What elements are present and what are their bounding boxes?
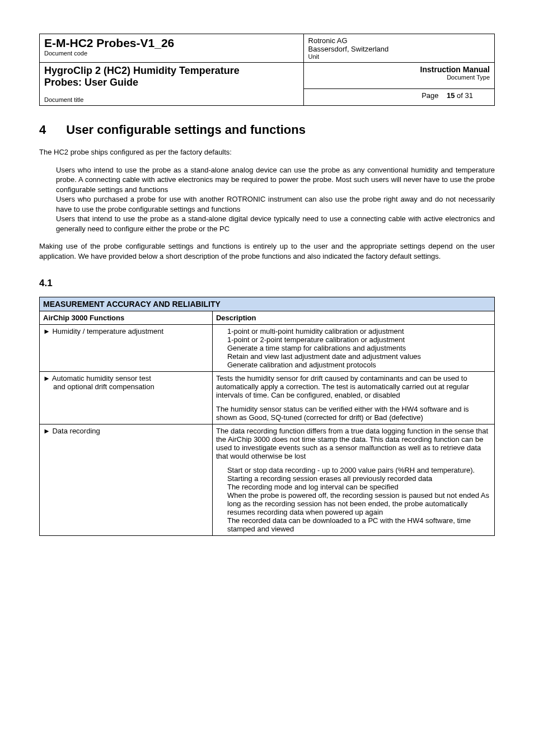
table-title: MEASUREMENT ACCURACY AND RELIABILITY <box>40 297 495 311</box>
description-bullet: When the probe is powered off, the recor… <box>227 491 491 516</box>
description-cell: The data recording function differs from… <box>212 424 494 536</box>
document-code: E-M-HC2 Probes-V1_26 <box>44 36 299 50</box>
table-header-functions: AirChip 3000 Functions <box>40 311 213 325</box>
document-type-label: Document Type <box>308 74 490 81</box>
table-row: ► Automatic humidity sensor test and opt… <box>40 372 495 424</box>
bullet-item: Users who intend to use the probe as a s… <box>56 165 495 195</box>
description-line: 1-point or multi-point humidity calibrat… <box>227 327 491 335</box>
page-number: 15 <box>447 91 455 100</box>
section-heading: 4 User configurable settings and functio… <box>39 123 495 137</box>
function-cell: ► Humidity / temperature adjustment <box>40 325 213 372</box>
description-paragraph: The data recording function differs from… <box>216 427 491 460</box>
bullet-item: Users that intend to use the probe as a … <box>56 214 495 234</box>
document-title-line1: HygroClip 2 (HC2) Humidity Temperature <box>44 65 299 77</box>
document-title-label: Document title <box>44 96 299 103</box>
page-of-total: of 31 <box>455 91 473 100</box>
function-cell: ► Data recording <box>40 424 213 536</box>
subsection-number: 4.1 <box>39 278 495 289</box>
table-row: ► Humidity / temperature adjustment 1-po… <box>40 325 495 372</box>
instruction-manual-label: Instruction Manual <box>308 65 490 74</box>
description-cell: Tests the humidity sensor for drift caus… <box>212 372 494 424</box>
document-title-line2: Probes: User Guide <box>44 77 299 88</box>
page-container: E-M-HC2 Probes-V1_26 Document code Rotro… <box>0 0 534 558</box>
description-bullet: The recorded data can be downloaded to a… <box>227 516 491 533</box>
page-label: Page <box>421 91 438 100</box>
page-indicator: Page 15 of 31 <box>308 91 490 100</box>
description-paragraph: Tests the humidity sensor for drift caus… <box>216 374 491 399</box>
function-line: and optional drift compensation <box>43 382 209 391</box>
description-bullet: Start or stop data recording - up to 200… <box>227 466 491 483</box>
intro-bullets: Users who intend to use the probe as a s… <box>56 165 495 234</box>
header-info-table: E-M-HC2 Probes-V1_26 Document code Rotro… <box>39 34 495 106</box>
description-bullet: The recording mode and log interval can … <box>227 483 491 491</box>
paragraph-text: Making use of the probe configurable set… <box>39 241 495 261</box>
description-cell: 1-point or multi-point humidity calibrat… <box>212 325 494 372</box>
company-name: Rotronic AG <box>308 36 490 45</box>
section-title: User configurable settings and functions <box>66 123 306 137</box>
features-table: MEASUREMENT ACCURACY AND RELIABILITY Air… <box>39 297 495 536</box>
table-header-description: Description <box>212 311 494 325</box>
description-line: 1-point or 2-point temperature calibrati… <box>227 335 491 344</box>
intro-text: The HC2 probe ships configured as per th… <box>39 147 495 157</box>
function-cell: ► Automatic humidity sensor test and opt… <box>40 372 213 424</box>
table-header-row: AirChip 3000 Functions Description <box>40 311 495 325</box>
unit-label: Unit <box>308 53 490 60</box>
company-location: Bassersdorf, Switzerland <box>308 45 490 53</box>
description-paragraph: The humidity sensor status can be verifi… <box>216 405 491 422</box>
function-line: ► Automatic humidity sensor test <box>43 374 209 382</box>
table-row: ► Data recording The data recording func… <box>40 424 495 536</box>
section-number: 4 <box>39 123 63 137</box>
description-line: Generate a time stamp for calibrations a… <box>227 344 491 352</box>
bullet-item: Users who purchased a probe for use with… <box>56 194 495 214</box>
document-code-label: Document code <box>44 50 299 57</box>
description-line: Generate calibration and adjustment prot… <box>227 361 491 369</box>
description-line: Retain and view last adjustment date and… <box>227 352 491 361</box>
table-title-row: MEASUREMENT ACCURACY AND RELIABILITY <box>40 297 495 311</box>
